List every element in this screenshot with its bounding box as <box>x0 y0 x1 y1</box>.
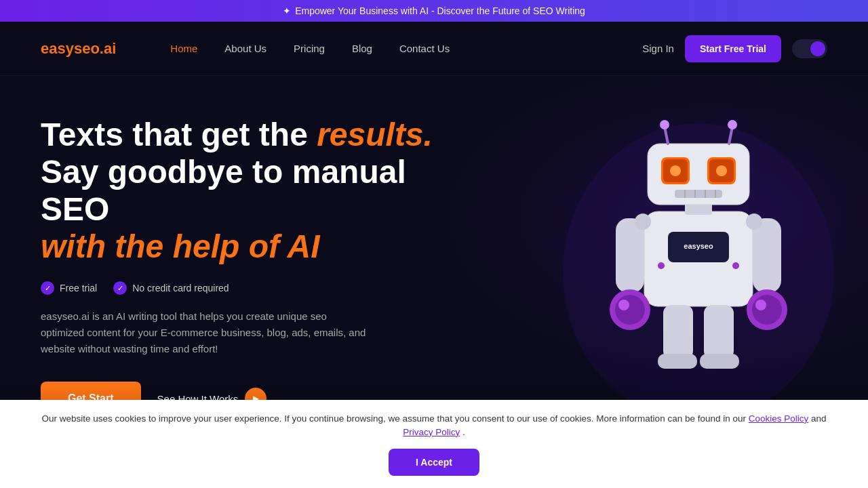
svg-point-34 <box>732 262 739 269</box>
nav-blog[interactable]: Blog <box>352 43 372 54</box>
check-icon-1: ✓ <box>41 281 54 295</box>
svg-point-24 <box>618 300 629 310</box>
svg-point-35 <box>635 214 651 230</box>
check-icon-2: ✓ <box>113 281 127 295</box>
logo-accent: ai <box>104 40 116 57</box>
svg-point-8 <box>670 165 681 176</box>
hero-content: Texts that get the results. Say goodbye … <box>41 116 461 416</box>
logo[interactable]: easyseo.ai <box>41 40 116 58</box>
hero-visual: easyseo <box>529 49 868 442</box>
logo-main: easyseo. <box>41 40 104 57</box>
hero-heading-line1: Texts that get the <box>41 117 317 152</box>
hero-description: easyseo.ai is an AI writing tool that he… <box>41 308 366 357</box>
svg-text:easyseo: easyseo <box>684 242 713 250</box>
hero-badges: ✓ Free trial ✓ No credit card required <box>41 281 461 295</box>
svg-rect-29 <box>663 305 693 359</box>
svg-rect-32 <box>700 354 739 369</box>
robot-illustration: easyseo <box>542 56 854 435</box>
nav-contact[interactable]: Contact Us <box>399 43 450 54</box>
svg-rect-31 <box>658 354 697 369</box>
hero-heading: Texts that get the results. Say goodbye … <box>41 116 461 266</box>
nav-about[interactable]: About Us <box>224 43 267 54</box>
cookie-text: Our website uses cookies to improve your… <box>41 412 827 440</box>
svg-rect-21 <box>616 218 644 293</box>
cookie-dot: . <box>462 427 465 437</box>
svg-rect-25 <box>753 218 781 293</box>
banner-icon: ✦ <box>283 5 291 16</box>
badge-no-credit: ✓ No credit card required <box>113 281 229 295</box>
badge-free-trial: ✓ Free trial <box>41 281 97 295</box>
hero-heading-line2: Say goodbye to manual SEO <box>41 154 406 227</box>
accept-button[interactable]: I Accept <box>389 449 479 476</box>
top-banner: ✦ Empower Your Business with AI - Discov… <box>0 0 868 22</box>
svg-rect-30 <box>704 305 734 359</box>
cookies-policy-link[interactable]: Cookies Policy <box>749 413 809 424</box>
svg-point-27 <box>752 295 782 325</box>
hero-heading-accent1: results. <box>317 117 433 152</box>
svg-point-28 <box>755 300 766 310</box>
svg-point-33 <box>658 262 665 269</box>
hero-heading-accent2: with the help of AI <box>41 228 320 264</box>
badge-free-trial-label: Free trial <box>60 283 97 293</box>
badge-no-credit-label: No credit card required <box>132 283 229 293</box>
svg-point-23 <box>615 295 645 325</box>
nav-pricing[interactable]: Pricing <box>294 43 325 54</box>
cookie-banner: Our website uses cookies to improve your… <box>0 400 868 489</box>
cookie-and: and <box>811 413 827 424</box>
svg-point-15 <box>728 120 737 129</box>
svg-point-11 <box>716 165 727 176</box>
banner-text: Empower Your Business with AI - Discover… <box>295 5 585 16</box>
hero-section: Texts that get the results. Say goodbye … <box>0 76 868 428</box>
svg-point-36 <box>746 214 762 230</box>
privacy-policy-link[interactable]: Privacy Policy <box>403 427 460 437</box>
svg-point-13 <box>660 120 669 129</box>
nav-home[interactable]: Home <box>170 43 197 54</box>
